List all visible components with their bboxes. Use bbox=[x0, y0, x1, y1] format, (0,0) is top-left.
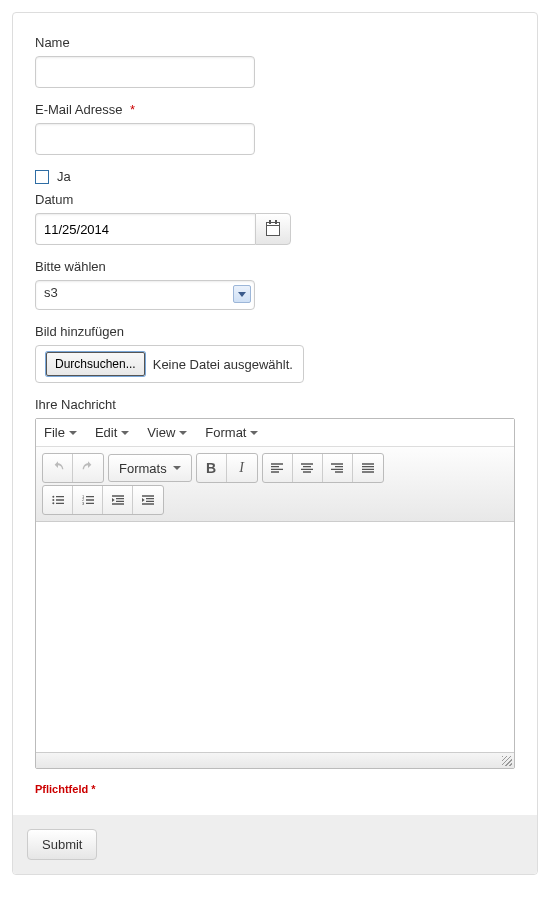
align-center-icon bbox=[299, 460, 315, 476]
indent-icon bbox=[140, 492, 156, 508]
svg-point-0 bbox=[52, 496, 54, 498]
menu-file-label: File bbox=[44, 425, 65, 440]
toolbar-row-1: Formats B I bbox=[42, 453, 508, 483]
bold-button[interactable]: B bbox=[197, 454, 227, 482]
select-value[interactable]: s3 bbox=[35, 280, 255, 310]
file-group: Bild hinzufügen Durchsuchen... Keine Dat… bbox=[35, 324, 515, 383]
svg-point-1 bbox=[52, 499, 54, 501]
editor-menubar: File Edit View Format bbox=[36, 419, 514, 447]
align-right-button[interactable] bbox=[323, 454, 353, 482]
date-input[interactable] bbox=[35, 213, 255, 245]
italic-icon: I bbox=[239, 460, 244, 476]
history-group bbox=[42, 453, 104, 483]
italic-button[interactable]: I bbox=[227, 454, 257, 482]
caret-icon bbox=[250, 431, 258, 435]
name-input[interactable] bbox=[35, 56, 255, 88]
chevron-down-icon[interactable] bbox=[233, 285, 251, 303]
ja-checkbox-row[interactable]: Ja bbox=[35, 169, 515, 184]
menu-file[interactable]: File bbox=[44, 425, 77, 440]
editor-toolbar: Formats B I 123 bbox=[36, 447, 514, 522]
file-wrap: Durchsuchen... Keine Datei ausgewählt. bbox=[35, 345, 304, 383]
menu-format[interactable]: Format bbox=[205, 425, 258, 440]
editor-textarea[interactable] bbox=[36, 522, 514, 752]
browse-button[interactable]: Durchsuchen... bbox=[46, 352, 145, 376]
align-right-icon bbox=[329, 460, 345, 476]
resize-grip-icon[interactable] bbox=[502, 756, 512, 766]
checkbox-icon[interactable] bbox=[35, 170, 49, 184]
date-wrap bbox=[35, 213, 291, 245]
align-group bbox=[262, 453, 384, 483]
menu-edit[interactable]: Edit bbox=[95, 425, 129, 440]
submit-bar: Submit bbox=[13, 815, 537, 874]
bold-icon: B bbox=[206, 460, 216, 476]
align-left-icon bbox=[269, 460, 285, 476]
email-group: E-Mail Adresse * bbox=[35, 102, 515, 155]
number-list-button[interactable]: 123 bbox=[73, 486, 103, 514]
menu-edit-label: Edit bbox=[95, 425, 117, 440]
email-input[interactable] bbox=[35, 123, 255, 155]
rich-text-editor: File Edit View Format Formats B I bbox=[35, 418, 515, 769]
file-label: Bild hinzufügen bbox=[35, 324, 515, 339]
redo-button[interactable] bbox=[73, 454, 103, 482]
email-label-text: E-Mail Adresse bbox=[35, 102, 122, 117]
form-panel: Name E-Mail Adresse * Ja Datum Bitte wäh… bbox=[12, 12, 538, 875]
menu-format-label: Format bbox=[205, 425, 246, 440]
required-star-icon: * bbox=[130, 102, 135, 117]
undo-icon bbox=[50, 460, 66, 476]
toolbar-row-2: 123 bbox=[42, 485, 508, 515]
message-label: Ihre Nachricht bbox=[35, 397, 515, 412]
bullet-list-icon bbox=[50, 492, 66, 508]
svg-text:3: 3 bbox=[82, 501, 85, 506]
name-group: Name bbox=[35, 35, 515, 88]
caret-icon bbox=[121, 431, 129, 435]
number-list-icon: 123 bbox=[80, 492, 96, 508]
align-justify-icon bbox=[360, 460, 376, 476]
select-label: Bitte wählen bbox=[35, 259, 515, 274]
file-status-text: Keine Datei ausgewählt. bbox=[153, 357, 293, 372]
ja-label: Ja bbox=[57, 169, 71, 184]
editor-statusbar bbox=[36, 752, 514, 768]
required-note: Pflichtfeld * bbox=[35, 783, 515, 795]
indent-button[interactable] bbox=[133, 486, 163, 514]
menu-view-label: View bbox=[147, 425, 175, 440]
formats-label: Formats bbox=[119, 461, 167, 476]
name-label: Name bbox=[35, 35, 515, 50]
list-group: 123 bbox=[42, 485, 164, 515]
calendar-button[interactable] bbox=[255, 213, 291, 245]
email-label: E-Mail Adresse * bbox=[35, 102, 515, 117]
select-wrap[interactable]: s3 bbox=[35, 280, 255, 310]
align-justify-button[interactable] bbox=[353, 454, 383, 482]
outdent-button[interactable] bbox=[103, 486, 133, 514]
datum-group: Datum bbox=[35, 192, 515, 245]
datum-label: Datum bbox=[35, 192, 515, 207]
calendar-icon bbox=[266, 222, 280, 236]
bullet-list-button[interactable] bbox=[43, 486, 73, 514]
formats-button[interactable]: Formats bbox=[108, 454, 192, 482]
submit-button[interactable]: Submit bbox=[27, 829, 97, 860]
redo-icon bbox=[80, 460, 96, 476]
align-center-button[interactable] bbox=[293, 454, 323, 482]
svg-point-2 bbox=[52, 502, 54, 504]
caret-icon bbox=[179, 431, 187, 435]
message-group: Ihre Nachricht File Edit View Format For… bbox=[35, 397, 515, 769]
text-style-group: B I bbox=[196, 453, 258, 483]
caret-icon bbox=[69, 431, 77, 435]
align-left-button[interactable] bbox=[263, 454, 293, 482]
outdent-icon bbox=[110, 492, 126, 508]
menu-view[interactable]: View bbox=[147, 425, 187, 440]
undo-button[interactable] bbox=[43, 454, 73, 482]
caret-icon bbox=[173, 466, 181, 470]
select-group: Bitte wählen s3 bbox=[35, 259, 515, 310]
